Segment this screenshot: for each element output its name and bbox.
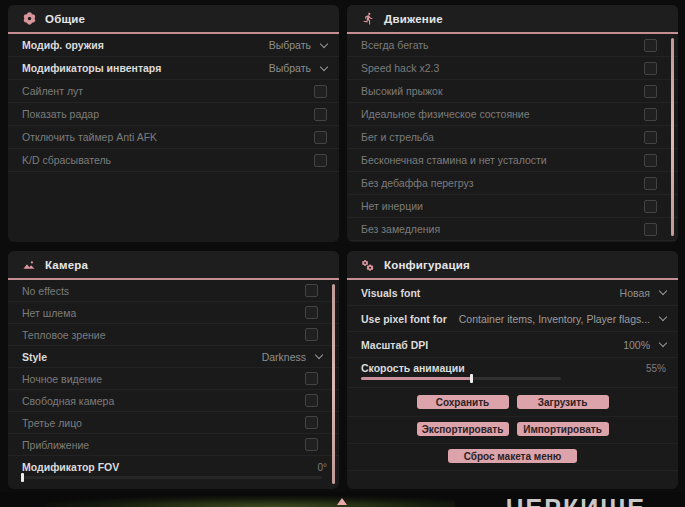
row-label: Третье лицо: [22, 417, 82, 429]
background-game-glow: [45, 496, 455, 507]
checkbox[interactable]: [314, 85, 327, 98]
row-kd-reset: K/D сбрасыватель: [8, 149, 339, 172]
checkbox[interactable]: [305, 306, 318, 319]
row-show-radar: Показать радар: [8, 103, 339, 126]
animation-speed-slider[interactable]: [361, 374, 561, 383]
row-label: Высокий прыжок: [361, 85, 443, 97]
checkbox[interactable]: [305, 372, 318, 385]
button-row-save-load: Сохранить Загрузить: [347, 388, 678, 417]
row-thermal-vision: Тепловое зрение: [8, 324, 339, 346]
panel-title: Движение: [384, 13, 443, 25]
row-label: Без замедления: [361, 223, 440, 235]
row-label: Модиф. оружия: [22, 39, 104, 51]
scrollbar[interactable]: [332, 284, 335, 484]
row-label: Speed hack x2.3: [361, 62, 439, 74]
row-label: Нет шлема: [22, 307, 76, 319]
button-row-reset: Сброс макета меню: [347, 444, 678, 471]
row-label: Бег и стрельба: [361, 131, 434, 143]
row-silent-loot: Сайлент лут: [8, 80, 339, 103]
row-label: Свободная камера: [22, 395, 114, 407]
fov-value: 0°: [317, 462, 327, 473]
panel-general: Общие Модиф. оружия Выбрать Модификаторы…: [8, 5, 339, 242]
row-label: Модификаторы инвентаря: [22, 62, 161, 74]
checkbox[interactable]: [314, 108, 327, 121]
reset-menu-layout-button[interactable]: Сброс макета меню: [448, 449, 578, 463]
panel-general-header[interactable]: Общие: [8, 5, 339, 34]
panel-title: Общие: [45, 13, 85, 25]
checkbox[interactable]: [644, 200, 657, 213]
panel-camera-header[interactable]: Камера: [8, 251, 339, 280]
panel-camera: Камера No effects Нет шлема Тепловое зре…: [8, 251, 339, 489]
panel-config-header[interactable]: Конфигурация: [347, 251, 678, 280]
checkbox[interactable]: [305, 284, 318, 297]
inventory-modifiers-select[interactable]: Выбрать: [269, 62, 327, 74]
checkbox[interactable]: [644, 39, 657, 52]
scrollbar[interactable]: [671, 38, 674, 236]
visuals-font-select[interactable]: Новая: [620, 287, 666, 299]
row-dpi-scale: Масштаб DPI 100%: [347, 332, 678, 358]
row-high-jump: Высокий прыжок: [347, 80, 678, 103]
row-no-helmet: Нет шлема: [8, 302, 339, 324]
checkbox[interactable]: [644, 131, 657, 144]
checkbox[interactable]: [644, 85, 657, 98]
checkbox[interactable]: [314, 131, 327, 144]
save-button[interactable]: Сохранить: [417, 395, 509, 409]
checkbox[interactable]: [644, 108, 657, 121]
export-button[interactable]: Экспортировать: [417, 422, 509, 436]
row-night-vision: Ночное видение: [8, 368, 339, 390]
checkbox[interactable]: [305, 328, 318, 341]
row-fov-modifier: Модификатор FOV 0°: [8, 456, 339, 487]
checkbox[interactable]: [314, 154, 327, 167]
panel-movement: Движение Всегда бегать Speed hack x2.3 В…: [347, 5, 678, 242]
row-label: Приближение: [22, 439, 89, 451]
row-label: Модификатор FOV: [22, 461, 119, 473]
panel-config-body: Visuals font Новая Use pixel font for Co…: [347, 280, 678, 489]
row-label: Отключить таймер Anti AFK: [22, 131, 157, 143]
import-button[interactable]: Импортировать: [517, 422, 609, 436]
row-label: Всегда бегать: [361, 39, 429, 51]
slider-fill: [361, 377, 471, 380]
checkbox[interactable]: [305, 394, 318, 407]
runner-icon: [361, 12, 375, 26]
row-inventory-modifiers: Модификаторы инвентаря Выбрать: [8, 57, 339, 80]
chevron-down-icon: [659, 287, 667, 295]
flower-icon: [22, 12, 36, 26]
chevron-down-icon: [315, 351, 323, 359]
load-button[interactable]: Загрузить: [517, 395, 609, 409]
panel-camera-body: No effects Нет шлема Тепловое зрение Sty…: [8, 280, 339, 489]
checkbox[interactable]: [305, 438, 318, 451]
fov-slider[interactable]: [22, 473, 322, 482]
row-perfect-condition: Идеальное физическое состояние: [347, 103, 678, 126]
style-select[interactable]: Darkness: [262, 351, 322, 363]
row-style: Style Darkness: [8, 346, 339, 368]
slider-thumb[interactable]: [21, 473, 24, 482]
row-label: Нет инерции: [361, 200, 423, 212]
slider-thumb[interactable]: [470, 374, 473, 383]
checkbox[interactable]: [644, 177, 657, 190]
row-label: Style: [22, 351, 47, 363]
cursor-triangle-icon: [337, 498, 347, 505]
row-label: Тепловое зрение: [22, 329, 106, 341]
row-label: Скорость анимации: [361, 362, 465, 374]
dpi-scale-select[interactable]: 100%: [623, 339, 666, 351]
row-third-person: Третье лицо: [8, 412, 339, 434]
chevron-down-icon: [659, 313, 667, 321]
animation-speed-value: 55%: [646, 363, 666, 374]
checkbox[interactable]: [644, 223, 657, 236]
checkbox[interactable]: [644, 62, 657, 75]
pixel-font-select[interactable]: Container items, Inventory, Player flags…: [459, 313, 666, 325]
row-label: Масштаб DPI: [361, 339, 428, 351]
panel-movement-header[interactable]: Движение: [347, 5, 678, 34]
row-label: Ночное видение: [22, 373, 102, 385]
row-label: Бесконечная стамина и нет усталости: [361, 154, 547, 166]
row-label: Без дебаффа перегруз: [361, 177, 474, 189]
chevron-down-icon: [320, 39, 328, 47]
panel-general-body: Модиф. оружия Выбрать Модификаторы инвен…: [8, 34, 339, 242]
checkbox[interactable]: [305, 416, 318, 429]
row-visuals-font: Visuals font Новая: [347, 280, 678, 306]
weapon-modifier-select[interactable]: Выбрать: [269, 39, 327, 51]
checkbox[interactable]: [644, 154, 657, 167]
mod-menu-screen: Общие Модиф. оружия Выбрать Модификаторы…: [0, 0, 685, 507]
row-free-camera: Свободная камера: [8, 390, 339, 412]
slider-track[interactable]: [22, 476, 322, 479]
